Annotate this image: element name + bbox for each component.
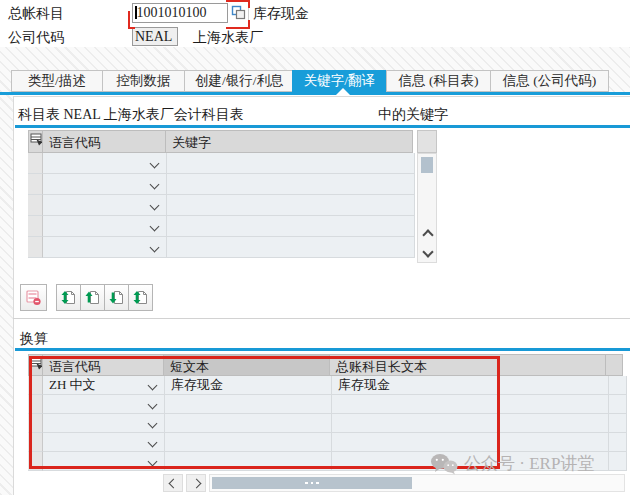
previous-page-button[interactable] <box>80 284 105 311</box>
scroll-left-button[interactable] <box>163 474 183 492</box>
keyword-cell[interactable] <box>167 153 415 174</box>
keywords-section-title: 科目表 NEAL 上海水表厂会计科目表 <box>18 106 244 124</box>
language-dropdown[interactable] <box>43 237 167 258</box>
keywords-section-title-suffix: 中的关键字 <box>378 106 448 124</box>
extra-cell <box>609 376 627 395</box>
translation-row <box>28 395 627 414</box>
watermark-text: 公众号 · ERP讲堂 <box>464 452 594 475</box>
row-selector[interactable] <box>28 433 43 452</box>
panel-border <box>13 96 630 97</box>
watermark: 公众号 · ERP讲堂 <box>430 452 594 475</box>
translation-col-language[interactable]: 语言代码 <box>42 354 164 376</box>
short-text-cell[interactable]: 库存现金 <box>165 376 332 395</box>
next-page-button[interactable] <box>104 284 129 311</box>
chevron-down-icon <box>148 437 158 447</box>
tab-info-chart-of-accounts[interactable]: 信息 (科目表) <box>386 70 491 92</box>
page-nav-buttons <box>57 284 153 311</box>
keywords-row <box>28 195 415 216</box>
panel-border <box>13 96 14 495</box>
row-selector[interactable] <box>28 195 43 216</box>
last-page-icon <box>132 289 149 306</box>
row-selector[interactable] <box>28 414 43 433</box>
language-dropdown[interactable] <box>43 414 165 433</box>
extra-cell <box>609 414 627 433</box>
extra-cell <box>609 433 627 452</box>
chevron-down-icon <box>148 418 158 428</box>
long-text-cell[interactable] <box>332 433 609 452</box>
language-dropdown[interactable] <box>43 433 165 452</box>
keyword-cell[interactable] <box>167 195 415 216</box>
first-page-icon <box>60 289 77 306</box>
keyword-cell[interactable] <box>167 174 415 195</box>
translation-section-title: 换算 <box>20 330 48 348</box>
short-text-cell[interactable] <box>165 395 332 414</box>
keywords-col-keyword[interactable]: 关键字 <box>165 130 413 153</box>
group-separator <box>13 318 630 319</box>
row-selector[interactable] <box>28 376 43 395</box>
tab-type-description[interactable]: 类型/描述 <box>11 70 103 92</box>
tab-control-data[interactable]: 控制数据 <box>102 70 185 92</box>
row-selector[interactable] <box>28 452 43 471</box>
language-dropdown[interactable] <box>43 174 167 195</box>
sap-gl-account-screen: 总帐科目 1001010100 库存现金 公司代码 NEAL 上海水表厂 类型/… <box>0 0 630 495</box>
gl-account-input[interactable]: 1001010100 <box>132 3 228 23</box>
previous-page-icon <box>84 289 101 306</box>
scroll-up-icon[interactable] <box>424 231 432 239</box>
keyword-cell[interactable] <box>167 216 415 237</box>
horizontal-scrollbar-thumb[interactable] <box>212 477 412 489</box>
wechat-icon <box>430 453 458 475</box>
tab-accent-bar <box>0 92 630 95</box>
language-dropdown[interactable] <box>43 216 167 237</box>
short-text-cell[interactable] <box>165 433 332 452</box>
long-text-cell[interactable] <box>332 414 609 433</box>
left-margin-pattern <box>0 95 13 495</box>
scroll-down-icon[interactable] <box>424 248 432 256</box>
tab-strip: 类型/描述 控制数据 创建/银行/利息 关键字/翻译 信息 (科目表) 信息 (… <box>12 70 609 92</box>
tab-create-bank-interest[interactable]: 创建/银行/利息 <box>184 70 293 92</box>
language-dropdown[interactable] <box>43 395 165 414</box>
select-all-icon[interactable] <box>28 130 43 153</box>
next-page-icon <box>108 289 125 306</box>
last-page-button[interactable] <box>128 284 153 311</box>
section-underline <box>15 125 630 128</box>
first-page-button[interactable] <box>56 284 81 311</box>
select-all-icon[interactable] <box>28 354 43 376</box>
translation-col-long-text[interactable]: 总账科目长文本 <box>329 354 606 376</box>
multiple-values-icon[interactable] <box>230 4 246 21</box>
chevron-down-icon <box>148 380 158 390</box>
language-dropdown[interactable] <box>43 153 167 174</box>
company-code-description: 上海水表厂 <box>193 29 263 47</box>
translation-col-short-text[interactable]: 短文本 <box>163 354 330 376</box>
chevron-down-icon <box>148 456 158 466</box>
tab-info-company-code[interactable]: 信息 (公司代码) <box>490 70 609 92</box>
keywords-col-language[interactable]: 语言代码 <box>42 130 166 153</box>
short-text-cell[interactable] <box>165 414 332 433</box>
keywords-row <box>28 174 415 195</box>
row-selector[interactable] <box>28 174 43 195</box>
long-text-cell[interactable]: 库存现金 <box>332 376 609 395</box>
keyword-cell[interactable] <box>167 237 415 258</box>
field-divider <box>248 3 249 23</box>
long-text-cell[interactable] <box>332 395 609 414</box>
keywords-row <box>28 216 415 237</box>
delete-row-button[interactable] <box>20 284 47 311</box>
row-selector[interactable] <box>28 395 43 414</box>
gl-account-description: 库存现金 <box>253 5 309 23</box>
chevron-down-icon <box>150 242 160 252</box>
short-text-cell[interactable] <box>165 452 332 471</box>
keywords-row <box>28 237 415 258</box>
company-code-input[interactable]: NEAL <box>132 27 178 46</box>
chevron-down-icon <box>150 179 160 189</box>
row-selector[interactable] <box>28 237 43 258</box>
language-dropdown[interactable] <box>43 452 165 471</box>
language-dropdown[interactable]: ZH 中文 <box>43 376 165 395</box>
row-selector[interactable] <box>28 153 43 174</box>
gl-account-label: 总帐科目 <box>8 5 64 23</box>
vertical-scrollbar-thumb[interactable] <box>421 157 433 173</box>
chevron-down-icon <box>150 221 160 231</box>
chevron-down-icon <box>150 158 160 168</box>
scroll-right-button[interactable] <box>186 474 206 492</box>
chevron-down-icon <box>150 200 160 210</box>
language-dropdown[interactable] <box>43 195 167 216</box>
row-selector[interactable] <box>28 216 43 237</box>
